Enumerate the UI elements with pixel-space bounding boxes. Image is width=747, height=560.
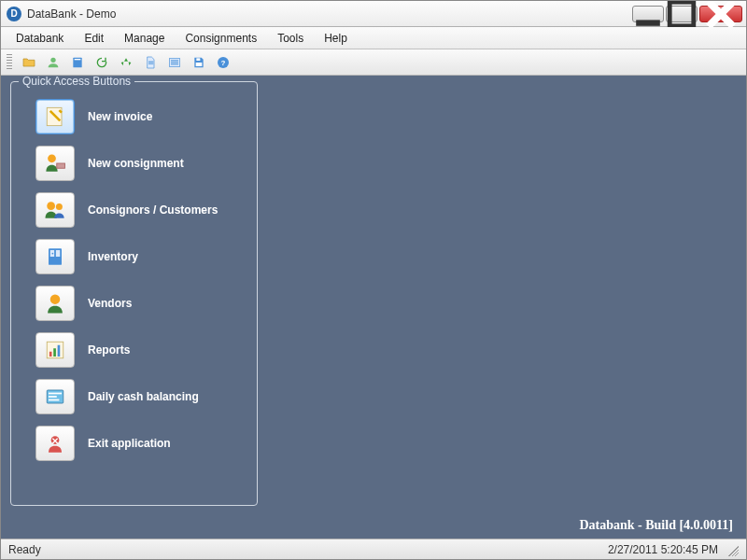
menu-manage[interactable]: Manage bbox=[115, 29, 174, 48]
svg-rect-6 bbox=[148, 63, 153, 63]
qa-label: Exit application bbox=[88, 437, 171, 450]
toolbar-grip bbox=[7, 54, 12, 71]
minimize-button[interactable] bbox=[632, 6, 664, 22]
quick-access-title: Quick Access Buttons bbox=[19, 76, 134, 88]
folder-open-icon[interactable] bbox=[20, 53, 38, 72]
quick-access-list: New invoice New consignment Consignors /… bbox=[21, 99, 247, 461]
svg-rect-4 bbox=[75, 59, 81, 60]
svg-point-19 bbox=[56, 203, 63, 210]
svg-rect-27 bbox=[53, 348, 56, 357]
svg-point-16 bbox=[48, 154, 56, 162]
qa-label: Inventory bbox=[88, 250, 138, 263]
menu-consignments[interactable]: Consignments bbox=[176, 29, 266, 48]
svg-rect-5 bbox=[148, 61, 153, 62]
save-diskette-icon[interactable] bbox=[190, 53, 208, 72]
svg-rect-8 bbox=[171, 60, 178, 61]
resize-grip-icon[interactable] bbox=[726, 543, 739, 556]
qa-label: New consignment bbox=[88, 157, 184, 170]
qa-label: Reports bbox=[88, 343, 130, 357]
client-area: Quick Access Buttons New invoice New con… bbox=[1, 76, 746, 539]
recycle-icon[interactable] bbox=[117, 53, 135, 72]
qa-consignors-customers[interactable]: Consignors / Customers bbox=[35, 192, 247, 228]
menu-databank[interactable]: Databank bbox=[7, 29, 73, 48]
qa-label: Vendors bbox=[88, 297, 132, 310]
menu-tools[interactable]: Tools bbox=[268, 29, 313, 48]
document-blue-icon[interactable] bbox=[141, 53, 160, 72]
status-text: Ready bbox=[8, 543, 608, 556]
quick-access-groupbox: Quick Access Buttons New invoice New con… bbox=[10, 81, 258, 506]
titlebar: D DataBank - Demo bbox=[1, 1, 746, 27]
qa-exit-application[interactable]: Exit application bbox=[35, 426, 247, 461]
svg-text:?: ? bbox=[221, 58, 226, 66]
exit-app-icon bbox=[35, 426, 75, 461]
svg-rect-31 bbox=[49, 396, 57, 398]
status-datetime: 2/27/2011 5:20:45 PM bbox=[608, 543, 718, 556]
svg-rect-28 bbox=[58, 345, 61, 357]
qa-new-invoice[interactable]: New invoice bbox=[35, 99, 247, 134]
cash-balancing-icon bbox=[35, 379, 75, 414]
reports-icon bbox=[35, 332, 75, 368]
maximize-button[interactable] bbox=[666, 6, 698, 22]
inventory-icon bbox=[35, 239, 75, 274]
qa-label: New invoice bbox=[88, 110, 152, 123]
consignors-icon bbox=[35, 192, 75, 228]
svg-point-24 bbox=[50, 294, 61, 304]
help-question-icon[interactable]: ? bbox=[214, 53, 233, 72]
svg-rect-9 bbox=[171, 62, 178, 63]
qa-reports[interactable]: Reports bbox=[35, 332, 247, 368]
svg-rect-17 bbox=[57, 163, 65, 168]
window-controls bbox=[630, 6, 742, 22]
svg-point-18 bbox=[47, 202, 55, 210]
menu-help[interactable]: Help bbox=[315, 29, 357, 48]
qa-inventory[interactable]: Inventory bbox=[35, 239, 247, 274]
svg-rect-32 bbox=[49, 399, 59, 401]
qa-label: Daily cash balancing bbox=[88, 390, 199, 403]
build-label: Databank - Build [4.0.0011] bbox=[579, 518, 733, 533]
svg-rect-12 bbox=[196, 63, 203, 66]
toolbar: ? bbox=[1, 49, 746, 76]
qa-label: Consignors / Customers bbox=[88, 203, 218, 217]
user-green-icon[interactable] bbox=[44, 53, 63, 72]
list-blue-icon[interactable] bbox=[165, 53, 184, 72]
svg-rect-30 bbox=[49, 393, 62, 395]
svg-rect-22 bbox=[56, 250, 60, 257]
svg-rect-26 bbox=[49, 352, 52, 357]
vendors-icon bbox=[35, 286, 75, 321]
menubar: Databank Edit Manage Consignments Tools … bbox=[1, 27, 746, 49]
new-consignment-icon bbox=[35, 146, 75, 181]
book-blue-icon[interactable] bbox=[68, 53, 87, 72]
svg-rect-1 bbox=[669, 2, 694, 26]
arrow-refresh-icon[interactable] bbox=[92, 53, 111, 72]
close-button[interactable] bbox=[699, 6, 742, 22]
qa-new-consignment[interactable]: New consignment bbox=[35, 146, 247, 181]
svg-point-23 bbox=[52, 253, 54, 255]
qa-vendors[interactable]: Vendors bbox=[35, 286, 247, 321]
statusbar: Ready 2/27/2011 5:20:45 PM bbox=[1, 539, 746, 559]
qa-daily-cash-balancing[interactable]: Daily cash balancing bbox=[35, 379, 247, 414]
svg-rect-11 bbox=[196, 58, 200, 61]
window-title: DataBank - Demo bbox=[27, 7, 630, 21]
svg-point-2 bbox=[50, 57, 55, 62]
svg-rect-10 bbox=[171, 63, 178, 64]
svg-rect-0 bbox=[636, 20, 660, 25]
new-invoice-icon bbox=[35, 99, 75, 134]
app-icon: D bbox=[7, 7, 21, 21]
menu-edit[interactable]: Edit bbox=[75, 29, 113, 48]
